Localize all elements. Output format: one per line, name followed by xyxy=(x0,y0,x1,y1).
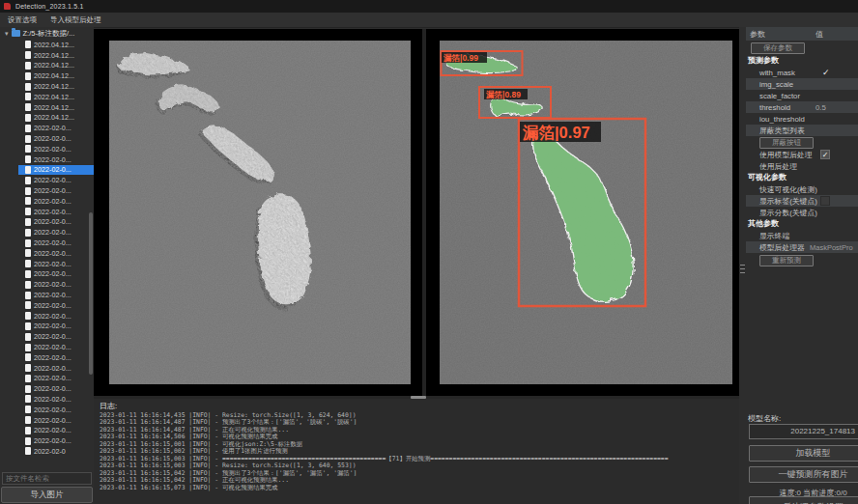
tree-item[interactable]: 2022.04.12... xyxy=(18,113,94,124)
file-icon xyxy=(25,155,31,163)
param-row-show-terminal[interactable]: 显示终端 xyxy=(746,230,858,241)
repredict-button[interactable]: 重新预测 xyxy=(759,255,814,266)
checkbox-checked-icon[interactable]: ✓ xyxy=(820,150,830,159)
menu-item-settings[interactable]: 设置选项 xyxy=(8,15,37,25)
tree-item[interactable]: 2022.04.12... xyxy=(18,92,94,102)
tree-item[interactable]: 2022-02-0... xyxy=(18,331,94,342)
tree-item[interactable]: 2022-02-0... xyxy=(18,196,94,207)
param-row-img-scale[interactable]: img_scale xyxy=(746,78,858,90)
threshold-value: 0.5 xyxy=(815,103,826,112)
params-col-param: 参数 xyxy=(746,29,815,40)
param-row-iou-threshold[interactable]: iou_threshold xyxy=(746,113,858,125)
tree-item[interactable]: 2022-02-0... xyxy=(18,383,94,394)
param-row-model-post-processor[interactable]: 模型后处理器 MaskPostPro xyxy=(746,241,858,253)
file-icon xyxy=(25,135,31,143)
tree-item[interactable]: 2022-02-0... xyxy=(18,185,94,196)
tree-item[interactable]: 2022.04.12... xyxy=(18,50,94,61)
file-icon xyxy=(25,270,31,278)
checkbox-empty-icon[interactable] xyxy=(820,196,830,206)
menu-item-import-postprocess[interactable]: 导入模型后处理 xyxy=(50,15,101,25)
tree-item[interactable]: 2022-02-0... xyxy=(18,248,94,259)
log-lines: 2023-01-11 16:16:14,435 |INFO| - Resize:… xyxy=(94,412,739,491)
tree-item[interactable]: 2022-02-0... xyxy=(18,374,94,384)
tree-item[interactable]: 2022-02-0... xyxy=(18,342,94,352)
tree-item[interactable]: 2022-02-0... xyxy=(18,123,94,133)
tree-item[interactable]: 2022-02-0... xyxy=(18,311,94,322)
file-icon xyxy=(25,62,31,70)
tree-item[interactable]: 2022-02-0... xyxy=(18,435,94,446)
model-name-field[interactable]: 20221225_174813 xyxy=(749,424,858,439)
tree-item[interactable]: 2022-02-0... xyxy=(18,175,94,185)
param-row-show-label[interactable]: 显示标签(关键点) xyxy=(746,195,858,207)
tree-item[interactable]: 2022-02-0... xyxy=(18,363,94,374)
log-line: 2023-01-11 16:16:14,487 |INFO| - 正在可视化预测… xyxy=(100,427,739,434)
mask-button[interactable]: 屏蔽按钮 xyxy=(759,137,814,149)
file-icon xyxy=(25,344,31,351)
original-image-viewport[interactable] xyxy=(94,29,422,396)
file-icon xyxy=(25,447,31,455)
detection-label: 漏箔|0.89 xyxy=(485,90,521,99)
prediction-image-viewport[interactable]: 漏箔|0.99 漏箔|0.89 漏箔|0.97 xyxy=(426,29,739,396)
tree-item[interactable]: 2022-02-0... xyxy=(18,238,94,248)
import-images-button[interactable]: 导入图片 xyxy=(1,487,93,503)
file-icon xyxy=(25,218,31,226)
param-row-mask-type-list[interactable]: 屏蔽类型列表 xyxy=(746,125,858,136)
tree-item[interactable]: 2022.04.12... xyxy=(18,81,94,92)
post-settings-button[interactable]: 后处理参数设置 xyxy=(749,496,858,504)
tree-scrollbar[interactable] xyxy=(89,212,93,375)
tree-item[interactable]: 2022.04.12... xyxy=(18,61,94,71)
tree-item[interactable]: 2022-02-0... xyxy=(18,259,94,269)
log-title: 日志: xyxy=(94,399,739,412)
tree-item[interactable]: 2022-02-0... xyxy=(18,394,94,405)
load-model-button[interactable]: 加载模型 xyxy=(749,445,858,462)
tree-item[interactable]: 2022-02-0... xyxy=(18,290,94,300)
tree-item[interactable]: 2022-02-0... xyxy=(18,165,94,176)
tree-item[interactable]: 2022-02-0... xyxy=(18,415,94,426)
param-row-show-score[interactable]: 显示分数(关键点) xyxy=(746,207,858,218)
predict-all-button[interactable]: 一键预测所有图片 xyxy=(749,466,858,483)
app-window: Detection_2023.1.5.1 设置选项 导入模型后处理 ▾ Z:/5… xyxy=(0,0,858,504)
log-line: 2023-01-11 16:16:14,487 |INFO| - 预测出了3个结… xyxy=(100,419,739,426)
check-icon: ✓ xyxy=(822,68,830,77)
tree-item[interactable]: 2022.04.12... xyxy=(18,70,94,81)
tree-root[interactable]: ▾ Z:/5-标注数据/... xyxy=(0,27,94,40)
tree-item[interactable]: 2022-02-0... xyxy=(18,279,94,290)
param-row-scale-factor[interactable]: scale_factor xyxy=(746,90,858,101)
file-icon xyxy=(25,395,31,403)
param-row-fast-vis[interactable]: 快速可视化(检测) xyxy=(746,183,858,195)
save-params-button[interactable]: 保存参数 xyxy=(751,42,805,54)
menu-bar: 设置选项 导入模型后处理 xyxy=(0,13,858,28)
param-row-use-post[interactable]: 使用后处理 xyxy=(746,160,858,172)
file-icon xyxy=(25,103,31,111)
tree-item[interactable]: 2022-02-0... xyxy=(18,217,94,228)
tree-item[interactable]: 2022-02-0 xyxy=(18,446,94,457)
tree-item[interactable]: 2022-02-0... xyxy=(18,144,94,154)
tree-item[interactable]: 2022.04.12... xyxy=(18,40,94,50)
file-icon xyxy=(25,166,31,174)
tree-item[interactable]: 2022-02-0... xyxy=(18,300,94,311)
title-bar: Detection_2023.1.5.1 xyxy=(0,0,858,13)
tree-item[interactable]: 2022-02-0... xyxy=(18,405,94,415)
tree-item[interactable]: 2022-02-0... xyxy=(18,322,94,332)
tree-item[interactable]: 2022.04.12... xyxy=(18,102,94,113)
param-row-with-mask[interactable]: with_mask ✓ xyxy=(746,67,858,78)
file-icon xyxy=(25,375,31,382)
tree-item[interactable]: 2022-02-0... xyxy=(18,352,94,363)
chevron-down-icon[interactable]: ▾ xyxy=(5,30,9,38)
file-icon xyxy=(25,416,31,424)
tree-item[interactable]: 2022-02-0... xyxy=(18,425,94,435)
log-line: 2023-01-11 16:16:14,435 |INFO| - Resize:… xyxy=(100,412,739,419)
tree-item[interactable]: 2022-02-0... xyxy=(18,227,94,238)
params-splitter[interactable] xyxy=(739,27,746,504)
search-input[interactable] xyxy=(2,472,92,485)
log-line: 2023-01-11 16:16:14,506 |INFO| - 可视化预测结果… xyxy=(100,434,739,440)
tree-item[interactable]: 2022-02-0... xyxy=(18,207,94,217)
tree-item[interactable]: 2022-02-0... xyxy=(18,269,94,280)
original-image xyxy=(109,41,411,384)
tree-item[interactable]: 2022-02-0... xyxy=(18,154,94,165)
param-row-threshold[interactable]: threshold 0.5 xyxy=(746,101,858,113)
tree-item[interactable]: 2022-02-0... xyxy=(18,133,94,144)
file-icon xyxy=(25,260,31,267)
log-line: 2023-01-11 16:16:15,003 |INFO| - Resize:… xyxy=(100,462,739,469)
param-row-use-model-post[interactable]: 使用模型后处理 ✓ xyxy=(746,149,858,160)
